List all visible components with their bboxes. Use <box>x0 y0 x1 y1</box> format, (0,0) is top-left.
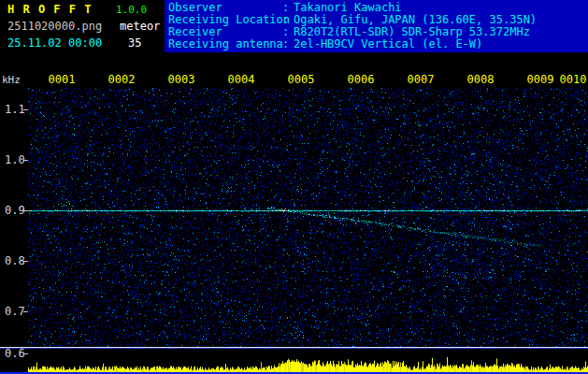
hrofft-window: H R O F F T 1.0.0 2511020000.png meteor … <box>0 0 588 374</box>
time-label: 0010 <box>560 73 587 86</box>
time-label: 0002 <box>108 73 136 86</box>
time-label: 0005 <box>288 73 315 86</box>
time-label: 0001 <box>49 73 76 86</box>
separator-line-shadow <box>0 348 588 349</box>
info-label: Receiving antenna <box>168 38 282 50</box>
time-label: 0007 <box>408 73 435 86</box>
info-colon: : <box>282 38 294 50</box>
mode-label: meteor <box>120 20 160 33</box>
freq-axis: 1.11.00.90.80.70.6 <box>0 0 28 374</box>
app-version: 1.0.0 <box>116 4 147 16</box>
observer-info-panel: Observer : Takanori Kawachi Receiving Lo… <box>165 0 588 52</box>
time-label: 0006 <box>348 73 375 86</box>
time-axis: 0001000200030004000500060007000800090010 <box>0 73 588 86</box>
spectrogram-canvas <box>28 88 588 347</box>
time-label: 0008 <box>467 73 495 86</box>
freq-label: 0.7 <box>5 305 25 318</box>
time-label: 0004 <box>228 73 255 86</box>
level-meter-canvas <box>28 350 588 372</box>
freq-label: 0.6 <box>5 347 25 360</box>
freq-label: 1.1 <box>5 103 25 116</box>
freq-label: 1.0 <box>5 153 25 166</box>
info-row-antenna: Receiving antenna : 2el-HB9CV Vertical (… <box>168 38 588 50</box>
freq-label: 0.8 <box>5 254 25 267</box>
time-label: 0003 <box>168 73 195 86</box>
count-label: 35 <box>128 36 141 50</box>
freq-label: 0.9 <box>5 204 25 217</box>
info-value: 2el-HB9CV Vertical (el. E-W) <box>294 38 588 50</box>
time-label: 0009 <box>527 73 554 86</box>
